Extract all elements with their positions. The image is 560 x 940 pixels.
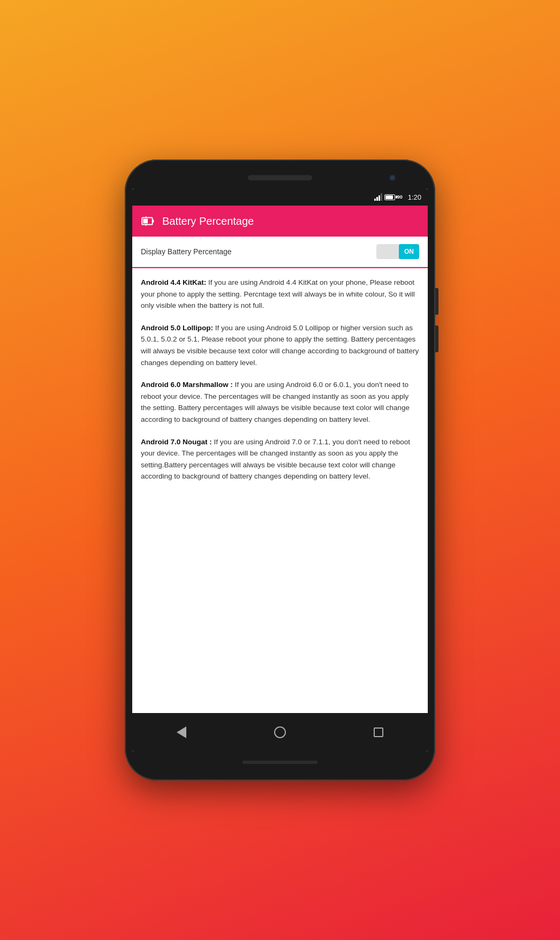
battery-app-icon (141, 214, 155, 228)
info-paragraph-marshmallow: Android 6.0 Marshmallow : If you are usi… (141, 379, 419, 425)
home-circle-icon (274, 726, 286, 738)
volume-up-button[interactable] (435, 288, 438, 315)
info-paragraph-kitkat: Android 4.4 KitKat: If you are using And… (141, 277, 419, 312)
status-bar: 90 1:20 (132, 188, 428, 206)
status-time: 1:20 (408, 193, 421, 201)
status-icons: 90 1:20 (374, 193, 421, 201)
phone-device: 90 1:20 Battery Percentage Display Batte… (125, 160, 435, 780)
signal-bar-3 (379, 195, 380, 201)
toggle-off-area (376, 244, 399, 259)
bottom-navigation (132, 713, 428, 752)
lollipop-label: Android 5.0 Lollipop: (141, 324, 213, 332)
app-bar: Battery Percentage (132, 206, 428, 237)
phone-screen: 90 1:20 Battery Percentage Display Batte… (132, 188, 428, 752)
phone-top-bar (132, 167, 428, 188)
battery-fill (385, 195, 393, 199)
signal-icon (374, 193, 382, 201)
back-nav-button[interactable] (171, 722, 192, 743)
screen-content: Display Battery Percentage ON Android 4.… (132, 237, 428, 713)
nougat-label: Android 7.0 Nougat : (141, 438, 212, 446)
info-area: Android 4.4 KitKat: If you are using And… (132, 268, 428, 713)
battery-percent-text: 90 (397, 194, 403, 200)
signal-bar-2 (376, 197, 378, 201)
toggle-switch[interactable]: ON (376, 244, 419, 259)
info-paragraph-nougat: Android 7.0 Nougat : If you are using An… (141, 436, 419, 482)
info-paragraph-lollipop: Android 5.0 Lollipop: If you are using A… (141, 322, 419, 368)
phone-bottom-bar (132, 752, 428, 773)
recent-nav-button[interactable] (368, 722, 389, 743)
app-bar-title: Battery Percentage (162, 215, 254, 228)
display-battery-toggle-row[interactable]: Display Battery Percentage ON (132, 237, 428, 267)
toggle-on-text: ON (404, 248, 414, 255)
phone-speaker (248, 175, 312, 180)
home-nav-button[interactable] (269, 722, 291, 743)
toggle-label: Display Battery Percentage (141, 247, 232, 256)
back-arrow-icon (177, 726, 186, 738)
toggle-on-indicator[interactable]: ON (399, 244, 419, 259)
volume-down-button[interactable] (435, 325, 438, 352)
marshmallow-label: Android 6.0 Marshmallow : (141, 381, 233, 389)
battery-status-icon (384, 194, 395, 200)
svg-rect-2 (143, 219, 148, 224)
signal-bar-4 (381, 193, 382, 201)
signal-bar-1 (374, 199, 376, 201)
kitkat-label: Android 4.4 KitKat: (141, 278, 206, 286)
phone-home-indicator (243, 761, 317, 764)
phone-camera (389, 175, 396, 181)
recent-square-icon (374, 727, 383, 737)
svg-rect-1 (153, 219, 154, 222)
